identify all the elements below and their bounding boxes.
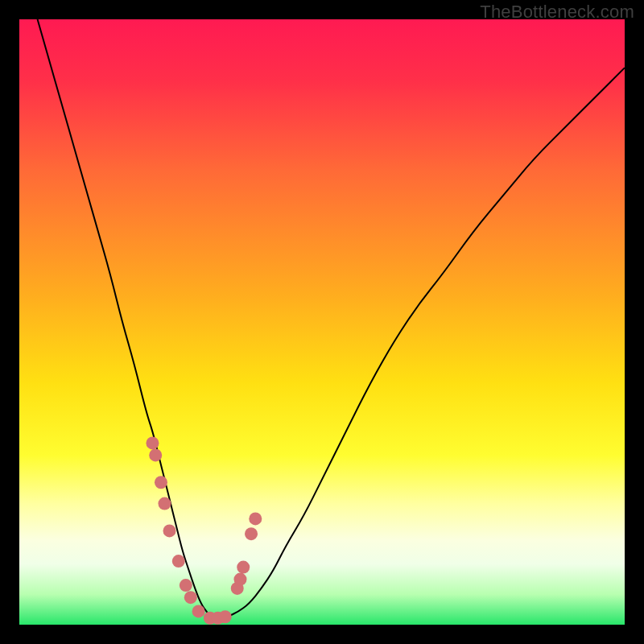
curve-marker	[149, 448, 162, 461]
curve-marker	[172, 555, 185, 568]
curve-marker	[192, 605, 205, 617]
curve-marker	[146, 436, 159, 449]
curve-marker	[245, 527, 258, 540]
curve-marker	[184, 591, 197, 604]
chart-svg	[19, 19, 625, 625]
chart-frame	[19, 19, 625, 625]
curve-marker	[233, 573, 246, 586]
curve-marker	[158, 497, 171, 510]
curve-marker	[249, 512, 262, 525]
curve-marker	[155, 476, 167, 489]
curve-marker	[219, 610, 232, 623]
curve-marker	[237, 561, 250, 574]
curve-marker	[163, 524, 176, 537]
watermark-text: TheBottleneck.com	[480, 2, 634, 23]
curve-marker	[180, 579, 192, 592]
chart-background	[19, 19, 625, 625]
